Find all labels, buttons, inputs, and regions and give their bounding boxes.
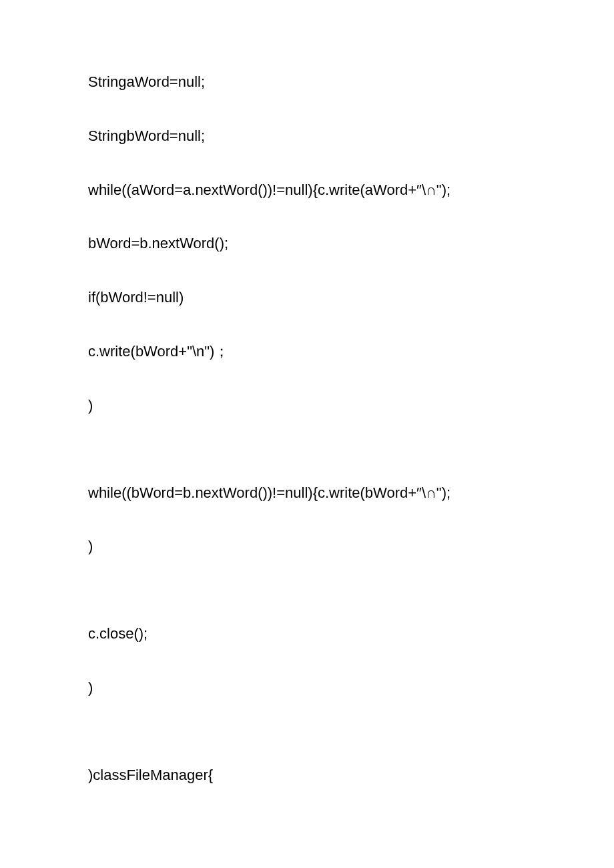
code-line: )classFileManager{: [88, 765, 614, 786]
code-line: ): [88, 536, 614, 557]
code-line: bWord=b.nextWord();: [88, 234, 614, 254]
code-line: while((bWord=b.nextWord())!=null){c.writ…: [88, 483, 614, 504]
code-line: while((aWord=a.nextWord())!=null){c.writ…: [88, 180, 614, 201]
code-line: if(bWord!=null): [88, 288, 614, 308]
code-line: c.close();: [88, 624, 614, 644]
code-line: ): [88, 678, 614, 699]
code-line: StringaWord=null;: [88, 72, 614, 93]
code-line: StringbWord=null;: [88, 126, 614, 147]
code-line: ): [88, 396, 614, 416]
code-line: c.write(bWord+"\n")；: [88, 342, 614, 362]
